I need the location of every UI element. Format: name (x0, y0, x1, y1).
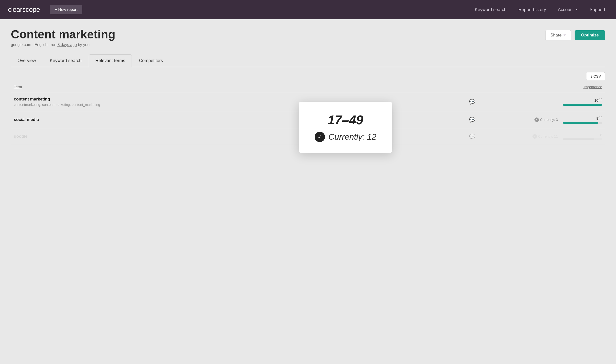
importance-bar-bg-2 (563, 122, 602, 124)
nav-account-label: Account (558, 7, 574, 12)
chat-icon-3[interactable]: 💬 (469, 133, 513, 139)
navbar: clearscope + New report Keyword search R… (0, 0, 616, 19)
chevron-down-icon (575, 9, 578, 10)
importance-bar-bg-3 (563, 138, 602, 140)
nav-support[interactable]: Support (587, 5, 608, 14)
share-label: Share (550, 33, 562, 38)
importance-bar-fill-1 (563, 104, 602, 106)
importance-cell-1: 10/10 (558, 98, 602, 106)
currently-label-3: Currently: 11 (538, 134, 558, 138)
tab-keyword-search[interactable]: Keyword search (43, 54, 88, 67)
check-icon-3: ✓ (532, 134, 537, 139)
new-report-button[interactable]: + New report (50, 5, 82, 14)
term-name-3: google (14, 134, 469, 139)
term-name-1: content marketing (14, 97, 469, 102)
nav-report-history[interactable]: Report history (515, 5, 549, 14)
logo: clearscope (8, 6, 40, 14)
page-header: Content marketing google.com · English ·… (11, 28, 605, 47)
currently-cell-3: ✓ Currently: 11 (513, 134, 558, 139)
page-subtitle: google.com · English · run 3 days ago by… (11, 43, 115, 47)
tooltip-range: 17–49 (313, 113, 377, 127)
term-aliases-1: contentmarketing, content-marketing, con… (14, 103, 469, 107)
share-button[interactable]: Share (545, 30, 571, 40)
importance-label-3: 8 (600, 133, 602, 137)
term-cell-3: google (14, 134, 469, 139)
table-area: ↓ CSV Term Importance content marketing … (11, 72, 605, 145)
importance-bar-fill-2 (563, 122, 598, 124)
importance-cell-2: 9/10 (558, 116, 602, 124)
col-header-term: Term (14, 85, 469, 89)
check-icon-2: ✓ (534, 117, 539, 122)
table-header: Term Importance (11, 83, 605, 92)
col-header-currently (513, 85, 558, 89)
page-title-block: Content marketing google.com · English ·… (11, 28, 115, 47)
col-header-importance: Importance (558, 85, 602, 89)
tooltip-overlay: 17–49 ✓ Currently: 12 (299, 102, 392, 153)
nav-account[interactable]: Account (555, 5, 581, 14)
nav-keyword-search[interactable]: Keyword search (472, 5, 510, 14)
importance-bar-fill-3 (563, 138, 594, 140)
term-name-2: social media (14, 117, 469, 122)
page-title: Content marketing (11, 28, 115, 41)
chat-icon-2[interactable]: 💬 (469, 117, 513, 123)
tab-overview[interactable]: Overview (11, 54, 43, 67)
chat-icon-1[interactable]: 💬 (469, 99, 513, 105)
importance-cell-3: 8 (558, 133, 602, 140)
share-chevron-icon (564, 34, 566, 36)
tooltip-check-icon: ✓ (315, 132, 325, 142)
currently-label-2: Currently: 3 (540, 118, 558, 122)
tooltip-currently: ✓ Currently: 12 (313, 132, 377, 142)
importance-label-1: 10/10 (594, 98, 602, 102)
term-cell-1: content marketing contentmarketing, cont… (14, 97, 469, 107)
run-time: 3 days ago (57, 43, 77, 47)
tooltip-currently-label: Currently: 12 (328, 132, 376, 142)
tab-competitors[interactable]: Competitors (132, 54, 170, 67)
currently-cell-2: ✓ Currently: 3 (513, 117, 558, 122)
importance-label-2: 9/10 (596, 116, 602, 120)
tab-relevant-terms[interactable]: Relevant terms (89, 54, 132, 67)
tabs-bar: Overview Keyword search Relevant terms C… (11, 54, 605, 67)
term-cell-2: social media (14, 117, 469, 122)
csv-btn-row: ↓ CSV (11, 72, 605, 80)
importance-bar-bg-1 (563, 104, 602, 106)
header-actions: Share Optimize (545, 30, 605, 40)
col-header-icon (469, 85, 513, 89)
csv-download-button[interactable]: ↓ CSV (586, 72, 605, 80)
optimize-button[interactable]: Optimize (575, 30, 605, 40)
main-content: Content marketing google.com · English ·… (0, 19, 616, 145)
